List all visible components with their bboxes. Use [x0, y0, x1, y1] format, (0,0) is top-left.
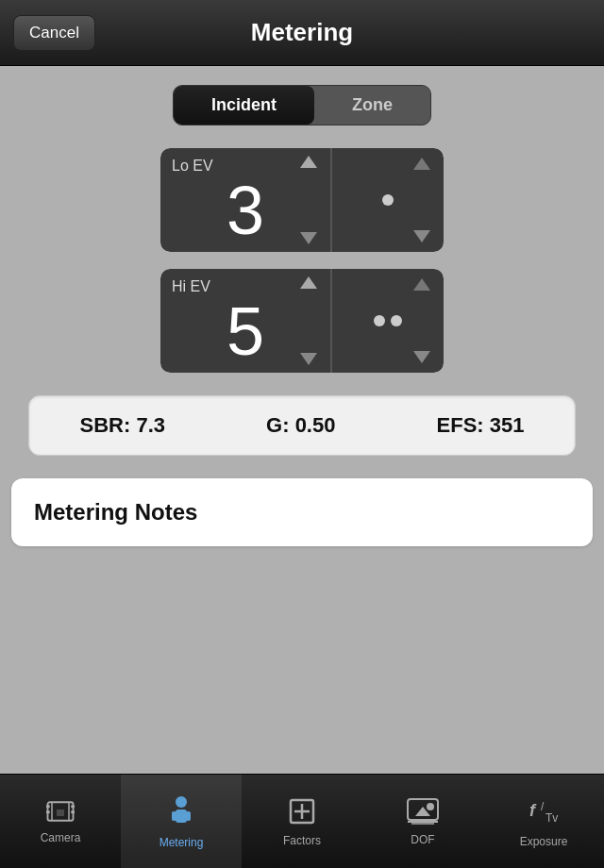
hi-ev-value: 5	[226, 297, 264, 365]
lo-ev-down-arrow[interactable]	[300, 232, 317, 244]
tab-factors-label: Factors	[283, 834, 321, 847]
hi-ev-right	[330, 269, 444, 373]
svg-text:||||: ||||	[57, 808, 64, 816]
header: Cancel Metering	[0, 0, 604, 66]
tab-factors[interactable]: Factors	[242, 775, 362, 868]
hi-ev-dot-1	[374, 315, 385, 326]
g-value: G: 0.50	[266, 413, 335, 438]
tab-dof-label: DOF	[411, 833, 434, 846]
lo-ev-left: Lo EV 3	[160, 148, 330, 252]
tab-metering[interactable]: Metering	[121, 775, 242, 868]
notes-title: Metering Notes	[34, 499, 197, 525]
hi-ev-down-arrow[interactable]	[300, 353, 317, 365]
exposure-icon: f / Tv	[528, 795, 560, 831]
sbr-bar: SBR: 7.3 G: 0.50 EFS: 351	[28, 395, 576, 456]
svg-rect-4	[71, 810, 75, 813]
svg-rect-10	[172, 811, 176, 821]
tab-exposure-label: Exposure	[520, 835, 568, 848]
lo-ev-right	[330, 148, 444, 252]
hi-ev-right-down-arrow[interactable]	[413, 351, 430, 363]
lo-ev-label: Lo EV	[172, 158, 213, 175]
svg-text:f: f	[529, 801, 537, 820]
svg-text:Tv: Tv	[545, 811, 558, 825]
svg-point-17	[427, 803, 434, 810]
hi-ev-row: Hi EV 5	[160, 269, 444, 373]
tab-camera[interactable]: |||| Camera	[0, 775, 121, 868]
hi-ev-left: Hi EV 5	[160, 269, 330, 373]
tab-exposure[interactable]: f / Tv Exposure	[483, 775, 604, 868]
lo-ev-dot-1	[382, 194, 394, 206]
page-title: Metering	[251, 18, 353, 47]
lo-ev-value: 3	[226, 176, 264, 244]
lo-ev-right-down-arrow[interactable]	[413, 230, 430, 242]
lo-ev-right-up-arrow[interactable]	[413, 158, 430, 170]
hi-ev-right-up-arrow[interactable]	[413, 278, 430, 291]
main-content: Incident Zone Lo EV 3 Hi EV	[0, 66, 604, 584]
camera-icon: ||||	[46, 799, 75, 827]
svg-rect-3	[71, 805, 75, 808]
segment-zone[interactable]: Zone	[314, 86, 430, 125]
dof-icon	[406, 797, 440, 829]
notes-box[interactable]: Metering Notes	[11, 478, 593, 546]
tab-camera-label: Camera	[41, 831, 81, 844]
svg-text:/: /	[541, 800, 545, 813]
svg-rect-11	[186, 811, 191, 821]
tab-metering-label: Metering	[159, 836, 204, 849]
hi-ev-up-arrow[interactable]	[300, 276, 317, 289]
metering-icon	[166, 794, 196, 832]
lo-ev-row: Lo EV 3	[160, 148, 444, 252]
lo-ev-up-arrow[interactable]	[300, 156, 317, 168]
segment-incident[interactable]: Incident	[174, 86, 314, 125]
ev-controls: Lo EV 3 Hi EV 5	[0, 148, 604, 373]
hi-ev-dot-2	[391, 315, 402, 326]
segment-control: Incident Zone	[173, 85, 431, 125]
segment-control-container: Incident Zone	[0, 85, 604, 125]
svg-rect-2	[46, 810, 50, 813]
svg-rect-9	[176, 810, 187, 823]
lo-ev-dots	[382, 194, 394, 206]
factors-icon	[287, 796, 317, 830]
notes-container: Metering Notes	[11, 478, 593, 546]
sbr-value: SBR: 7.3	[80, 413, 165, 438]
tab-dof[interactable]: DOF	[362, 775, 483, 868]
tab-bar: |||| Camera Metering Factors	[0, 774, 604, 868]
efs-value: EFS: 351	[437, 413, 525, 438]
sbr-container: SBR: 7.3 G: 0.50 EFS: 351	[19, 395, 585, 456]
svg-rect-1	[46, 805, 50, 808]
svg-point-8	[176, 796, 187, 808]
hi-ev-label: Hi EV	[172, 278, 210, 295]
hi-ev-dots	[374, 315, 402, 326]
cancel-button[interactable]: Cancel	[13, 15, 95, 51]
